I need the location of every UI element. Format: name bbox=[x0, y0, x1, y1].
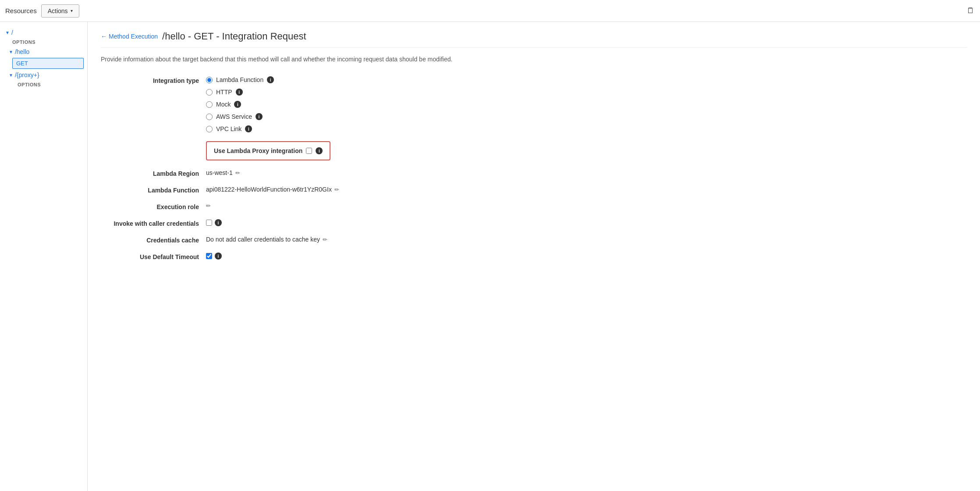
use-default-timeout-label: Use Default Timeout bbox=[101, 253, 206, 260]
actions-button[interactable]: Actions ▾ bbox=[41, 4, 79, 18]
credentials-cache-text: Do not add caller credentials to cache k… bbox=[206, 236, 320, 243]
main-content: ← Method Execution /hello - GET - Integr… bbox=[88, 22, 980, 491]
radio-lambda-label: Lambda Function bbox=[216, 76, 263, 83]
info-http-icon[interactable]: i bbox=[236, 89, 243, 96]
form-section: Integration type Lambda Function i HTTP … bbox=[101, 76, 495, 260]
lambda-function-text: api081222-HelloWorldFunction-w6tr1YzR0GI… bbox=[206, 186, 332, 193]
collapse-icon: ▼ bbox=[5, 30, 10, 35]
invoke-caller-value: i bbox=[206, 219, 495, 226]
radio-option-lambda: Lambda Function i bbox=[206, 76, 274, 83]
lambda-region-label: Lambda Region bbox=[101, 169, 206, 177]
page-title: /hello - GET - Integration Request bbox=[162, 31, 306, 42]
chevron-down-icon: ▾ bbox=[71, 8, 73, 13]
radio-http-label: HTTP bbox=[216, 89, 232, 96]
use-lambda-proxy-box: Use Lambda Proxy integration i bbox=[206, 141, 330, 160]
back-arrow-icon: ← bbox=[101, 33, 107, 40]
proxy-path-label: /{proxy+} bbox=[15, 71, 39, 78]
execution-role-label: Execution role bbox=[101, 203, 206, 210]
root-options-label: OPTIONS bbox=[12, 39, 36, 45]
execution-role-edit-icon[interactable]: ✏ bbox=[206, 203, 211, 209]
sidebar: ▼ / OPTIONS ▼ /hello GET ▼ /{proxy+} OPT… bbox=[0, 22, 88, 491]
sidebar-item-proxy-options[interactable]: OPTIONS bbox=[0, 80, 87, 89]
execution-role-value: ✏ bbox=[206, 203, 495, 209]
integration-type-row: Integration type Lambda Function i HTTP … bbox=[101, 76, 495, 132]
credentials-cache-row: Credentials cache Do not add caller cred… bbox=[101, 236, 495, 244]
root-path-label: / bbox=[11, 29, 13, 36]
execution-role-row: Execution role ✏ bbox=[101, 203, 495, 210]
radio-option-mock: Mock i bbox=[206, 101, 274, 108]
lambda-function-value: api081222-HelloWorldFunction-w6tr1YzR0GI… bbox=[206, 186, 495, 193]
radio-vpc-link[interactable] bbox=[206, 126, 213, 132]
info-lambda-proxy-icon[interactable]: i bbox=[316, 147, 323, 154]
proxy-options-label: OPTIONS bbox=[18, 82, 41, 87]
credentials-cache-edit-icon[interactable]: ✏ bbox=[323, 236, 327, 243]
sidebar-item-hello[interactable]: ▼ /hello bbox=[0, 46, 87, 57]
notebook-icon: 🗒 bbox=[967, 6, 975, 15]
radio-group-integration-type: Lambda Function i HTTP i Mock i bbox=[206, 76, 274, 132]
radio-http[interactable] bbox=[206, 89, 213, 96]
info-invoke-caller-icon[interactable]: i bbox=[215, 219, 222, 226]
radio-vpc-link-label: VPC Link bbox=[216, 125, 241, 132]
credentials-cache-value: Do not add caller credentials to cache k… bbox=[206, 236, 495, 243]
invoke-caller-label: Invoke with caller credentials bbox=[101, 219, 206, 227]
lambda-function-label: Lambda Function bbox=[101, 186, 206, 194]
lambda-region-value: us-west-1 ✏ bbox=[206, 169, 495, 176]
credentials-cache-label: Credentials cache bbox=[101, 236, 206, 244]
page-header: ← Method Execution /hello - GET - Integr… bbox=[101, 31, 967, 48]
lambda-region-row: Lambda Region us-west-1 ✏ bbox=[101, 169, 495, 177]
info-lambda-icon[interactable]: i bbox=[267, 76, 274, 83]
lambda-function-row: Lambda Function api081222-HelloWorldFunc… bbox=[101, 186, 495, 194]
radio-mock-label: Mock bbox=[216, 101, 231, 108]
lambda-function-edit-icon[interactable]: ✏ bbox=[334, 186, 339, 193]
resources-label: Resources bbox=[5, 7, 37, 14]
lambda-region-text: us-west-1 bbox=[206, 169, 233, 176]
integration-type-label: Integration type bbox=[101, 76, 206, 84]
radio-option-http: HTTP i bbox=[206, 89, 274, 96]
back-link[interactable]: ← Method Execution bbox=[101, 33, 158, 40]
lambda-region-edit-icon[interactable]: ✏ bbox=[235, 170, 240, 176]
sidebar-item-proxy[interactable]: ▼ /{proxy+} bbox=[0, 70, 87, 80]
sidebar-item-get[interactable]: GET bbox=[12, 58, 84, 69]
radio-lambda[interactable] bbox=[206, 77, 213, 83]
use-lambda-proxy-checkbox[interactable] bbox=[306, 148, 312, 154]
actions-label: Actions bbox=[48, 7, 68, 14]
radio-mock[interactable] bbox=[206, 101, 213, 108]
info-vpc-link-icon[interactable]: i bbox=[245, 125, 252, 132]
info-mock-icon[interactable]: i bbox=[234, 101, 241, 108]
use-default-timeout-row: Use Default Timeout i bbox=[101, 253, 495, 260]
use-default-timeout-checkbox[interactable] bbox=[206, 253, 212, 259]
get-method-label: GET bbox=[16, 60, 28, 67]
hello-path-label: /hello bbox=[15, 48, 29, 55]
hello-collapse-icon: ▼ bbox=[9, 50, 13, 54]
radio-option-vpc-link: VPC Link i bbox=[206, 125, 274, 132]
radio-aws-service[interactable] bbox=[206, 114, 213, 120]
radio-option-aws-service: AWS Service i bbox=[206, 113, 274, 120]
use-lambda-proxy-label: Use Lambda Proxy integration bbox=[214, 147, 302, 154]
back-link-label: Method Execution bbox=[109, 33, 158, 40]
proxy-collapse-icon: ▼ bbox=[9, 73, 13, 78]
radio-aws-service-label: AWS Service bbox=[216, 113, 252, 120]
sidebar-item-root-options[interactable]: OPTIONS bbox=[0, 38, 87, 46]
info-default-timeout-icon[interactable]: i bbox=[215, 253, 222, 260]
integration-type-value: Lambda Function i HTTP i Mock i bbox=[206, 76, 495, 132]
sidebar-item-root[interactable]: ▼ / bbox=[0, 27, 87, 38]
page-description: Provide information about the target bac… bbox=[101, 55, 967, 64]
use-default-timeout-value: i bbox=[206, 253, 495, 260]
invoke-caller-row: Invoke with caller credentials i bbox=[101, 219, 495, 227]
invoke-caller-checkbox[interactable] bbox=[206, 220, 212, 226]
info-aws-service-icon[interactable]: i bbox=[256, 113, 263, 120]
